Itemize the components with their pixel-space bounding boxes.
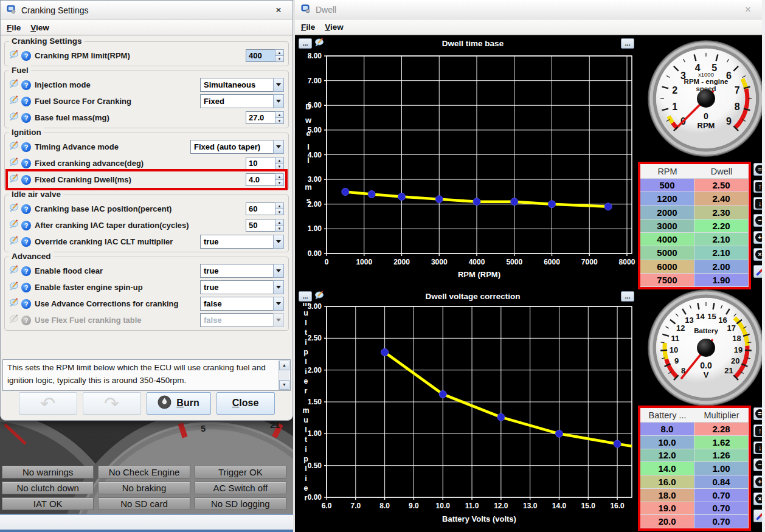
undo-button[interactable]: ↶ — [19, 392, 77, 415]
dropdown-value[interactable]: false — [200, 313, 273, 327]
dropdown-field[interactable]: false — [200, 297, 284, 311]
spinner-down-icon[interactable]: ▼ — [275, 164, 284, 170]
dwell-voltage-correction-plot[interactable]: 0.000.501.001.502.002.503.006.07.08.09.0… — [296, 303, 637, 532]
add-icon[interactable]: + — [753, 475, 762, 488]
move-up-icon[interactable]: ↑ — [753, 424, 762, 437]
table-cell[interactable]: 1.26 — [694, 449, 749, 463]
chart-options-button[interactable]: ... — [299, 291, 312, 302]
table-cell[interactable]: 2.50 — [694, 179, 749, 192]
table-cell[interactable]: 0.70 — [694, 489, 749, 502]
close-window-icon[interactable]: × — [271, 4, 286, 16]
dropdown-field[interactable]: true — [200, 235, 284, 249]
table-cell[interactable]: 7500 — [640, 274, 694, 287]
table-cell[interactable]: 2.10 — [694, 246, 749, 260]
spinner-down-icon[interactable]: ▼ — [275, 118, 284, 124]
table-cell[interactable]: 2.28 — [694, 423, 749, 436]
spinner-up-icon[interactable]: ▲ — [275, 173, 284, 180]
dropdown-value[interactable]: true — [200, 235, 273, 249]
help-icon[interactable]: ? — [21, 283, 31, 292]
table-cell[interactable]: 2.10 — [694, 233, 749, 246]
help-icon[interactable]: ? — [21, 204, 31, 214]
table-cell[interactable]: 6000 — [640, 260, 694, 274]
spinner-field[interactable]: 50 ▲▼ — [246, 219, 284, 232]
table-cell[interactable]: 18.0 — [640, 489, 694, 502]
table-cell[interactable]: 16.0 — [640, 475, 694, 489]
dropdown-field[interactable]: true — [200, 264, 284, 278]
spinner-field[interactable]: 10 ▲▼ — [246, 157, 284, 170]
spinner-field[interactable]: 60 ▲▼ — [246, 202, 284, 215]
spinner-up-icon[interactable]: ▲ — [275, 157, 284, 164]
dropdown-value[interactable]: true — [200, 264, 273, 278]
spinner-up-icon[interactable]: ▲ — [275, 49, 284, 56]
menu-view[interactable]: View — [30, 23, 49, 32]
chart-options-button[interactable]: ... — [299, 38, 312, 49]
spinner-value[interactable]: 400 — [246, 49, 275, 62]
table-cell[interactable]: 1200 — [640, 192, 694, 206]
chevron-down-icon[interactable] — [273, 264, 284, 278]
description-scrollbar[interactable]: ▲ ▼ — [279, 361, 289, 390]
help-icon[interactable]: ? — [21, 97, 31, 106]
delete-icon[interactable]: × — [753, 492, 762, 505]
dropdown-value[interactable]: false — [200, 297, 273, 311]
dropdown-field[interactable]: false — [200, 313, 284, 327]
spinner-value[interactable]: 60 — [246, 202, 275, 215]
table-cell[interactable]: 500 — [640, 179, 694, 192]
remove-icon[interactable]: − — [753, 458, 762, 471]
dropdown-field[interactable]: Fixed — [200, 94, 284, 108]
menu-view[interactable]: View — [325, 22, 344, 32]
edit-icon[interactable] — [753, 510, 762, 522]
dropdown-value[interactable]: Simultaneous — [200, 78, 273, 92]
table-cell[interactable]: 0.84 — [694, 475, 749, 489]
dwell-titlebar[interactable]: Dwell × — [295, 0, 762, 19]
delete-icon[interactable]: × — [753, 248, 762, 261]
menu-file[interactable]: File — [7, 23, 21, 32]
chevron-down-icon[interactable] — [273, 313, 284, 327]
chevron-down-icon[interactable] — [273, 78, 284, 92]
chevron-down-icon[interactable] — [273, 235, 284, 249]
table-cell[interactable]: 8.0 — [640, 423, 694, 436]
table-cell[interactable]: 1.62 — [694, 436, 749, 449]
spinner-value[interactable]: 4.0 — [246, 173, 275, 186]
table-cell[interactable]: 12.0 — [640, 449, 694, 463]
dropdown-field[interactable]: true — [200, 280, 284, 294]
spinner-up-icon[interactable]: ▲ — [275, 219, 284, 226]
close-button[interactable]: Close — [216, 392, 275, 415]
spinner-down-icon[interactable]: ▼ — [275, 209, 284, 215]
menu-file[interactable]: File — [301, 22, 315, 32]
cranking-titlebar[interactable]: Cranking Settings × — [1, 1, 292, 20]
chevron-down-icon[interactable] — [273, 280, 284, 294]
table-cell[interactable]: 0.70 — [694, 502, 749, 516]
table-cell[interactable]: 4000 — [640, 233, 694, 246]
help-icon[interactable]: ? — [21, 80, 31, 90]
help-icon[interactable]: ? — [21, 175, 31, 185]
scroll-up-icon[interactable]: ▲ — [279, 361, 289, 370]
chevron-down-icon[interactable] — [273, 297, 284, 311]
table-cell[interactable]: 2000 — [640, 206, 694, 219]
dropdown-field[interactable]: Fixed (auto taper) — [190, 140, 284, 154]
equals-icon[interactable]: = — [753, 163, 762, 176]
table-cell[interactable]: 19.0 — [640, 502, 694, 516]
spinner-value[interactable]: 50 — [246, 219, 275, 232]
chevron-down-icon[interactable] — [273, 94, 284, 108]
scroll-track[interactable] — [279, 370, 289, 380]
help-icon[interactable]: ? — [21, 221, 31, 230]
help-icon[interactable]: ? — [21, 51, 31, 61]
table-cell[interactable]: 2.00 — [694, 260, 749, 274]
close-window-icon[interactable]: × — [740, 4, 756, 16]
edit-icon[interactable] — [753, 265, 762, 278]
spinner-down-icon[interactable]: ▼ — [275, 180, 284, 186]
table-cell[interactable]: 2.30 — [694, 206, 749, 219]
help-icon[interactable]: ? — [21, 316, 31, 325]
dropdown-field[interactable]: Simultaneous — [200, 78, 284, 92]
help-icon[interactable]: ? — [21, 266, 31, 276]
table-cell[interactable]: 14.0 — [640, 462, 694, 475]
spinner-value[interactable]: 10 — [246, 157, 275, 170]
move-down-icon[interactable]: ↓ — [753, 441, 762, 454]
table-cell[interactable]: 1.00 — [694, 462, 749, 475]
table-cell[interactable]: 2.20 — [694, 219, 749, 233]
spinner-up-icon[interactable]: ▲ — [275, 202, 284, 209]
move-up-icon[interactable]: ↑ — [753, 180, 762, 193]
table-cell[interactable]: 10.0 — [640, 436, 694, 449]
chevron-down-icon[interactable] — [273, 140, 284, 154]
help-icon[interactable]: ? — [21, 159, 31, 168]
